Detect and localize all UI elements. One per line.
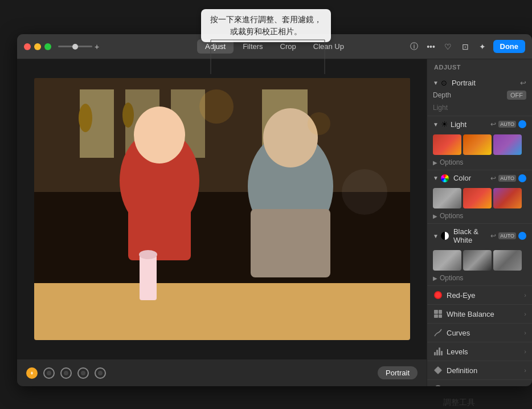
levels-bars	[434, 347, 443, 355]
selective-color-icon	[433, 384, 443, 386]
color-thumb-strip	[427, 186, 532, 211]
light-actions: ↩ AUTO	[490, 120, 526, 128]
grid-cell-2	[439, 310, 443, 314]
tooltip-line1: 按一下來進行調整、套用濾鏡，	[210, 14, 322, 26]
bw-actions: ↩ AUTO	[490, 232, 526, 240]
portrait-icon: ⊙	[441, 79, 447, 87]
light-title: Light	[451, 120, 488, 129]
photo	[34, 78, 410, 340]
color-toggle[interactable]	[518, 174, 526, 182]
list-item-definition[interactable]: Definition ›	[427, 361, 532, 380]
definition-icon	[433, 365, 443, 375]
selective-color-svg	[434, 385, 442, 386]
levels-label: Levels	[447, 347, 524, 356]
curves-label: Curves	[447, 329, 524, 337]
definition-label: Definition	[447, 366, 524, 375]
bw-options-chevron: ▶	[433, 275, 437, 281]
portrait-title: Portrait	[452, 79, 518, 87]
portrait-undo-icon[interactable]: ↩	[520, 79, 526, 87]
adjust-panel: ADJUST ▼ ⊙ Portrait ↩ Depth OFF Light	[427, 59, 532, 386]
app-window: + Adjust Filters Crop Clean Up ⓘ ••• ♡ ⊡…	[17, 34, 532, 386]
portrait-button[interactable]: Portrait	[378, 366, 418, 379]
dot-inner-5	[98, 371, 103, 375]
list-item-selective-color[interactable]: Selective Color ›	[427, 380, 532, 386]
portrait-section: ▼ ⊙ Portrait ↩ Depth OFF Light	[427, 75, 532, 116]
color-thumb-3[interactable]	[493, 188, 522, 208]
dot-inner-4	[81, 371, 85, 375]
bw-auto-badge[interactable]: AUTO	[498, 232, 516, 239]
color-undo-icon[interactable]: ↩	[490, 174, 496, 182]
list-item-levels[interactable]: Levels ›	[427, 342, 532, 361]
svg-point-10	[134, 107, 185, 163]
bw-thumb-2[interactable]	[463, 250, 492, 271]
red-eye-icon	[433, 290, 443, 300]
tooltip-area: 按一下來進行調整、套用濾鏡， 或裁剪和校正相片。	[0, 0, 532, 51]
portrait-section-header[interactable]: ▼ ⊙ Portrait ↩	[433, 79, 526, 87]
list-item-white-balance[interactable]: White Balance ›	[427, 305, 532, 324]
bw-section: ▼ Black & White ↩ AUTO ▶ Option	[427, 224, 532, 286]
color-section-header[interactable]: ▼ Color ↩ AUTO	[427, 170, 532, 186]
portrait-light-label: Light	[433, 102, 526, 112]
white-balance-chevron: ›	[524, 310, 526, 317]
dot-inner-2	[47, 371, 51, 375]
list-item-curves[interactable]: Curves ›	[427, 324, 532, 342]
bar-1	[434, 352, 436, 355]
white-balance-icon	[433, 309, 443, 319]
light-toggle[interactable]	[518, 120, 526, 128]
filmstrip-dot-2[interactable]	[43, 367, 55, 379]
filmstrip: Portrait	[17, 359, 427, 386]
svg-point-22	[435, 386, 441, 386]
light-thumb-1[interactable]	[433, 134, 461, 155]
svg-rect-12	[140, 255, 157, 300]
depth-row: Depth OFF	[433, 91, 526, 100]
light-chevron: ▼	[433, 121, 439, 128]
color-actions: ↩ AUTO	[490, 174, 526, 182]
bottom-annotation-text: 調整工具	[443, 398, 475, 408]
red-eye-chevron: ›	[524, 292, 526, 298]
levels-chevron: ›	[524, 348, 526, 355]
bar-4	[441, 351, 443, 355]
color-thumb-1[interactable]	[433, 188, 461, 208]
light-thumb-2[interactable]	[463, 134, 492, 155]
svg-rect-16	[251, 209, 330, 277]
color-title: Color	[453, 174, 488, 182]
bw-undo-icon[interactable]: ↩	[490, 232, 496, 240]
bw-section-header[interactable]: ▼ Black & White ↩ AUTO	[427, 224, 532, 248]
selective-color-chevron: ›	[524, 386, 526, 386]
light-section: ▼ ☀ Light ↩ AUTO ▶ Options	[427, 116, 532, 170]
light-auto-badge[interactable]: AUTO	[498, 121, 516, 128]
filmstrip-dot-5[interactable]	[95, 367, 106, 379]
filmstrip-dot-3[interactable]	[60, 367, 72, 379]
bw-options-label[interactable]: Options	[440, 274, 463, 282]
color-options-label[interactable]: Options	[440, 212, 463, 220]
list-item-red-eye[interactable]: Red-Eye ›	[427, 286, 532, 305]
color-options-row[interactable]: ▶ Options	[427, 211, 532, 223]
svg-rect-8	[34, 283, 410, 340]
color-thumb-2[interactable]	[463, 188, 492, 208]
curves-chevron: ›	[524, 329, 526, 336]
red-eye-label: Red-Eye	[447, 291, 524, 300]
svg-point-13	[139, 250, 157, 259]
selective-color-label: Selective Color	[447, 385, 524, 387]
filmstrip-dot-4[interactable]	[77, 367, 89, 379]
light-options-row[interactable]: ▶ Options	[427, 157, 532, 170]
depth-label: Depth	[433, 91, 505, 99]
svg-point-7	[122, 103, 134, 128]
light-options-label[interactable]: Options	[440, 158, 463, 166]
bw-thumb-1[interactable]	[433, 250, 461, 271]
depth-off-badge[interactable]: OFF	[507, 91, 526, 100]
color-auto-badge[interactable]: AUTO	[498, 175, 516, 182]
light-undo-icon[interactable]: ↩	[490, 120, 496, 128]
levels-icon	[433, 346, 443, 357]
bw-thumb-3[interactable]	[493, 250, 522, 271]
light-thumb-3[interactable]	[493, 134, 522, 155]
filmstrip-dot-1[interactable]	[26, 367, 38, 379]
color-options-chevron: ▶	[433, 213, 437, 219]
curves-svg	[434, 329, 442, 337]
light-section-header[interactable]: ▼ ☀ Light ↩ AUTO	[427, 116, 532, 132]
dot-inner-3	[64, 371, 68, 375]
svg-point-19	[342, 169, 387, 215]
bw-toggle[interactable]	[518, 232, 526, 240]
bw-options-row[interactable]: ▶ Options	[427, 273, 532, 285]
photo-container	[17, 59, 427, 359]
